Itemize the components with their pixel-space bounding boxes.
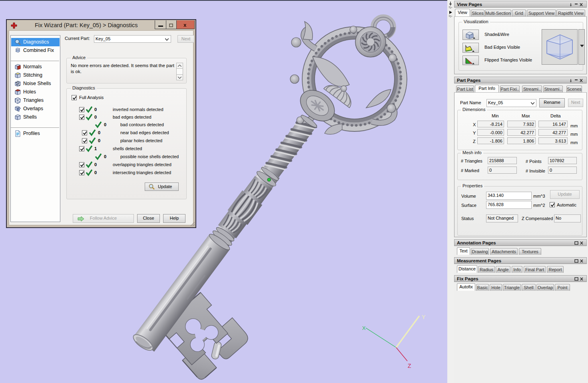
svg-text:X: X bbox=[362, 325, 366, 331]
svg-text:Z: Z bbox=[408, 363, 411, 369]
svg-text:Y: Y bbox=[422, 314, 426, 320]
